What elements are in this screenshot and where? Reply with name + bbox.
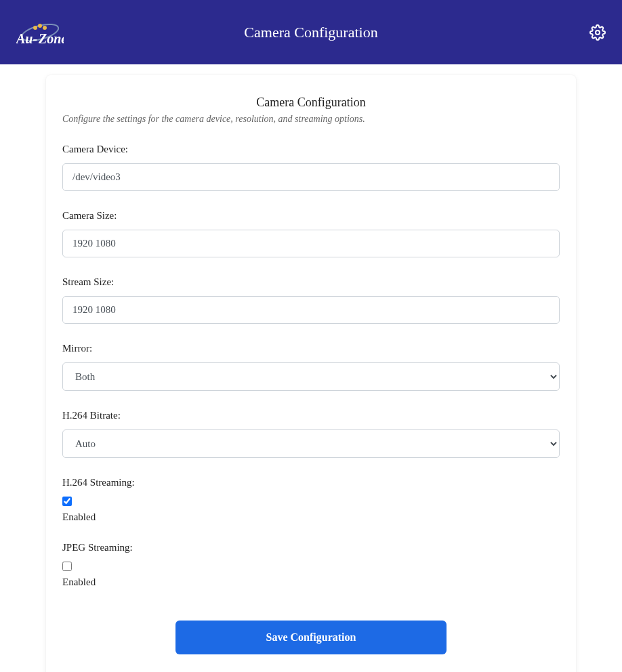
h264-bitrate-group: H.264 Bitrate: Auto bbox=[62, 410, 560, 458]
mirror-group: Mirror: Both bbox=[62, 343, 560, 391]
card-subtitle: Configure the settings for the camera de… bbox=[62, 114, 560, 125]
jpeg-streaming-checkbox[interactable] bbox=[62, 562, 72, 571]
save-configuration-button[interactable]: Save Configuration bbox=[175, 621, 447, 654]
svg-point-1 bbox=[33, 26, 37, 30]
button-row: Save Configuration bbox=[62, 621, 560, 654]
stream-size-label: Stream Size: bbox=[62, 276, 560, 288]
mirror-select[interactable]: Both bbox=[62, 362, 560, 391]
camera-size-input[interactable] bbox=[62, 230, 560, 257]
camera-device-input[interactable] bbox=[62, 163, 560, 191]
app-header: Au- Zone Camera Configuration bbox=[0, 0, 622, 64]
svg-point-3 bbox=[43, 26, 47, 30]
h264-bitrate-label: H.264 Bitrate: bbox=[62, 410, 560, 421]
svg-text:Au-: Au- bbox=[16, 31, 37, 46]
jpeg-streaming-enabled-label: Enabled bbox=[62, 576, 560, 588]
camera-size-group: Camera Size: bbox=[62, 210, 560, 257]
stream-size-input[interactable] bbox=[62, 296, 560, 324]
mirror-label: Mirror: bbox=[62, 343, 560, 354]
h264-bitrate-select[interactable]: Auto bbox=[62, 429, 560, 458]
stream-size-group: Stream Size: bbox=[62, 276, 560, 324]
h264-streaming-group: H.264 Streaming: Enabled bbox=[62, 477, 560, 523]
page-title: Camera Configuration bbox=[244, 24, 377, 41]
gear-icon[interactable] bbox=[589, 24, 606, 41]
h264-streaming-label: H.264 Streaming: bbox=[62, 477, 560, 488]
logo-mark-icon: Au- Zone bbox=[16, 19, 64, 46]
svg-point-2 bbox=[38, 24, 42, 28]
svg-point-6 bbox=[596, 30, 600, 35]
h264-streaming-enabled-label: Enabled bbox=[62, 511, 560, 523]
camera-device-label: Camera Device: bbox=[62, 144, 560, 155]
h264-streaming-checkbox[interactable] bbox=[62, 497, 72, 506]
card-title: Camera Configuration bbox=[62, 96, 560, 110]
camera-size-label: Camera Size: bbox=[62, 210, 560, 222]
jpeg-streaming-group: JPEG Streaming: Enabled bbox=[62, 542, 560, 588]
svg-text:Zone: Zone bbox=[38, 31, 64, 46]
config-card: Camera Configuration Configure the setti… bbox=[46, 75, 576, 672]
brand-logo: Au- Zone bbox=[16, 19, 64, 46]
camera-device-group: Camera Device: bbox=[62, 144, 560, 191]
jpeg-streaming-label: JPEG Streaming: bbox=[62, 542, 560, 553]
